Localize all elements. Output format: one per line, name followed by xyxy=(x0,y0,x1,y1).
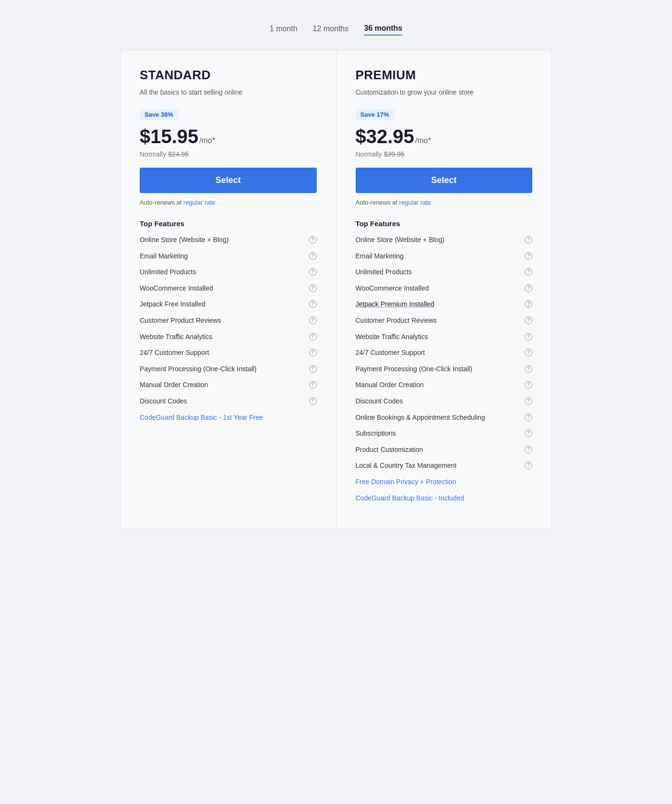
standard-plan-card: STANDARD All the basics to start selling… xyxy=(120,50,336,529)
standard-feature-item: Payment Processing (One-Click Install)? xyxy=(140,365,317,374)
standard-price-suffix: /mo* xyxy=(199,136,215,145)
standard-feature-item: Manual Order Creation? xyxy=(140,380,317,390)
premium-feature-item: Product Customization? xyxy=(356,445,533,455)
feature-text: Online Bookings & Appointment Scheduling xyxy=(356,413,522,423)
info-icon[interactable]: ? xyxy=(309,333,317,341)
standard-features-title: Top Features xyxy=(140,219,317,228)
info-icon[interactable]: ? xyxy=(525,365,532,373)
feature-text: Website Traffic Analytics xyxy=(140,332,306,342)
premium-feature-item: WooCommerce Installed? xyxy=(356,284,533,293)
premium-feature-item: Online Bookings & Appointment Scheduling… xyxy=(356,413,533,423)
info-icon[interactable]: ? xyxy=(525,236,532,244)
info-icon[interactable]: ? xyxy=(525,414,532,421)
plans-container: STANDARD All the basics to start selling… xyxy=(120,50,552,529)
info-icon[interactable]: ? xyxy=(525,252,532,260)
billing-12months[interactable]: 12 months xyxy=(313,24,349,35)
premium-feature-item: Subscriptions? xyxy=(356,429,533,439)
info-icon[interactable]: ? xyxy=(525,349,532,356)
feature-text: Customer Product Reviews xyxy=(356,316,522,326)
info-icon[interactable]: ? xyxy=(309,300,317,308)
feature-text: Unlimited Products xyxy=(356,268,522,277)
premium-price-suffix: /mo* xyxy=(415,136,431,145)
premium-feature-item: Discount Codes? xyxy=(356,397,533,406)
standard-feature-item: Discount Codes? xyxy=(140,397,317,406)
standard-feature-item: CodeGuard Backup Basic - 1st Year Free xyxy=(140,413,317,423)
premium-plan-description: Customization to grow your online store xyxy=(356,87,533,97)
info-icon[interactable]: ? xyxy=(525,317,532,324)
feature-text: Discount Codes xyxy=(140,397,306,406)
feature-text: CodeGuard Backup Basic - Included xyxy=(356,494,533,503)
standard-feature-item: Online Store (Website + Blog)? xyxy=(140,235,317,245)
standard-feature-item: Email Marketing? xyxy=(140,252,317,261)
info-icon[interactable]: ? xyxy=(309,284,317,292)
info-icon[interactable]: ? xyxy=(309,349,317,356)
feature-text: Email Marketing xyxy=(140,252,306,261)
standard-save-badge: Save 36% xyxy=(140,109,178,120)
standard-auto-renew: Auto-renews at regular rate xyxy=(140,199,317,206)
info-icon[interactable]: ? xyxy=(525,284,532,292)
info-icon[interactable]: ? xyxy=(309,365,317,373)
standard-features-list: Online Store (Website + Blog)?Email Mark… xyxy=(140,235,317,422)
standard-feature-item: Jetpack Free Installed? xyxy=(140,300,317,309)
premium-feature-item: Jetpack Premium Installed? xyxy=(356,300,533,309)
info-icon[interactable]: ? xyxy=(525,268,532,276)
standard-plan-name: STANDARD xyxy=(140,68,317,83)
feature-text: 24/7 Customer Support xyxy=(140,348,306,358)
feature-text: Jetpack Premium Installed xyxy=(356,300,522,309)
standard-price-main: $15.95 xyxy=(140,126,198,147)
premium-feature-item: Manual Order Creation? xyxy=(356,380,533,390)
info-icon[interactable]: ? xyxy=(309,381,317,389)
standard-select-button[interactable]: Select xyxy=(140,168,317,193)
standard-regular-rate-link[interactable]: regular rate xyxy=(183,199,215,206)
standard-feature-item: Website Traffic Analytics? xyxy=(140,332,317,342)
info-icon[interactable]: ? xyxy=(525,462,532,469)
premium-feature-item: CodeGuard Backup Basic - Included xyxy=(356,494,533,503)
standard-feature-item: 24/7 Customer Support? xyxy=(140,348,317,358)
info-icon[interactable]: ? xyxy=(525,300,532,308)
info-icon[interactable]: ? xyxy=(525,429,532,437)
info-icon[interactable]: ? xyxy=(309,317,317,324)
feature-text: Local & Country Tax Management xyxy=(356,461,522,471)
premium-price-row: $32.95 /mo* xyxy=(356,126,533,147)
premium-features-title: Top Features xyxy=(356,219,533,228)
billing-toggle: 1 month 12 months 36 months xyxy=(10,14,662,50)
premium-auto-renew: Auto-renews at regular rate xyxy=(356,199,533,206)
premium-feature-item: Email Marketing? xyxy=(356,252,533,261)
feature-text: WooCommerce Installed xyxy=(356,284,522,293)
billing-36months[interactable]: 36 months xyxy=(364,24,402,36)
feature-text: Payment Processing (One-Click Install) xyxy=(140,365,306,374)
standard-plan-description: All the basics to start selling online xyxy=(140,87,317,97)
info-icon[interactable]: ? xyxy=(525,446,532,453)
info-icon[interactable]: ? xyxy=(525,397,532,405)
info-icon[interactable]: ? xyxy=(309,397,317,405)
feature-text: Subscriptions xyxy=(356,429,522,439)
info-icon[interactable]: ? xyxy=(525,381,532,389)
info-icon[interactable]: ? xyxy=(525,333,532,341)
feature-text: Online Store (Website + Blog) xyxy=(140,235,306,245)
standard-price-row: $15.95 /mo* xyxy=(140,126,317,147)
feature-text: Payment Processing (One-Click Install) xyxy=(356,365,522,374)
premium-plan-name: PREMIUM xyxy=(356,68,533,83)
premium-select-button[interactable]: Select xyxy=(356,168,533,193)
premium-price-main: $32.95 xyxy=(356,126,414,147)
page-wrapper: 1 month 12 months 36 months STANDARD All… xyxy=(0,0,672,544)
info-icon[interactable]: ? xyxy=(309,236,317,244)
feature-text: WooCommerce Installed xyxy=(140,284,306,293)
premium-regular-rate-link[interactable]: regular rate xyxy=(399,199,431,206)
premium-save-badge: Save 17% xyxy=(356,109,394,120)
info-icon[interactable]: ? xyxy=(309,268,317,276)
feature-text: Online Store (Website + Blog) xyxy=(356,235,522,245)
billing-1month[interactable]: 1 month xyxy=(270,24,298,35)
feature-text: Website Traffic Analytics xyxy=(356,332,522,342)
premium-feature-item: Online Store (Website + Blog)? xyxy=(356,235,533,245)
standard-feature-item: Customer Product Reviews? xyxy=(140,316,317,326)
standard-feature-item: WooCommerce Installed? xyxy=(140,284,317,293)
info-icon[interactable]: ? xyxy=(309,252,317,260)
feature-text: Email Marketing xyxy=(356,252,522,261)
feature-text: Unlimited Products xyxy=(140,268,306,277)
standard-feature-item: Unlimited Products? xyxy=(140,268,317,277)
feature-text: Product Customization xyxy=(356,445,522,455)
feature-text: Customer Product Reviews xyxy=(140,316,306,326)
premium-feature-item: Customer Product Reviews? xyxy=(356,316,533,326)
feature-text: Jetpack Free Installed xyxy=(140,300,306,309)
